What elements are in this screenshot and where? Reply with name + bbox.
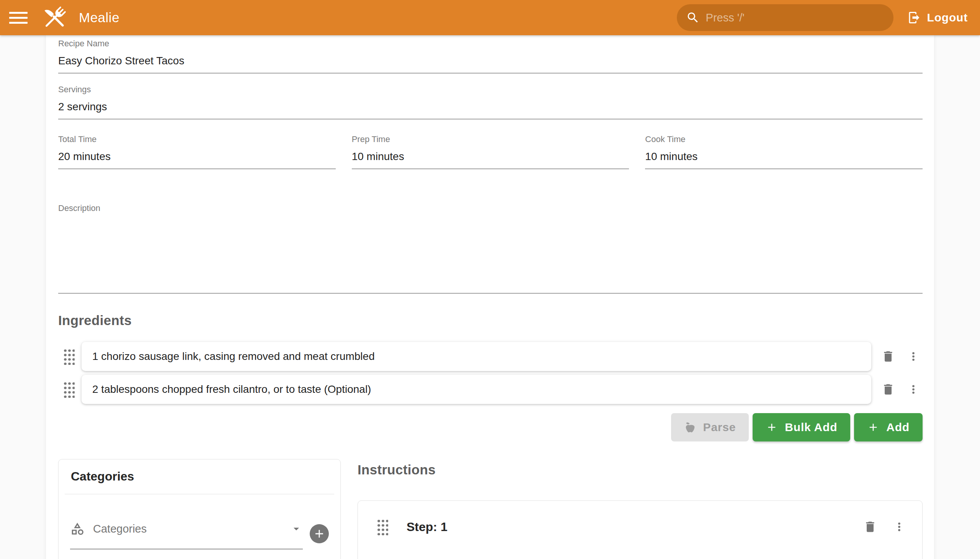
cook-time-label: Cook Time [645,135,922,144]
ingredient-input[interactable]: 1 chorizo sausage link, casing removed a… [81,342,871,371]
plus-icon [867,421,879,433]
search-icon [686,11,700,25]
description-field[interactable]: Description [58,204,922,294]
categories-select-underline [70,549,303,549]
servings-underline [58,119,922,119]
step-title: Step: 1 [407,520,448,534]
plus-icon [313,527,326,540]
categories-select-placeholder: Categories [93,523,290,535]
ingredient-actions: Parse Bulk Add Add [58,413,922,442]
trash-icon [863,520,877,534]
drag-handle-icon[interactable] [63,381,74,398]
recipe-editor-card: Recipe Name Easy Chorizo Street Tacos Se… [46,35,934,559]
total-time-underline [58,169,336,169]
recipe-name-field[interactable]: Recipe Name Easy Chorizo Street Tacos [58,39,922,73]
total-time-field[interactable]: Total Time 20 minutes [58,135,336,169]
categories-card: Categories Categories [58,459,341,559]
prep-time-label: Prep Time [352,135,630,144]
cook-time-field[interactable]: Cook Time 10 minutes [645,135,922,169]
cook-time-value[interactable]: 10 minutes [645,150,922,163]
step-menu-button[interactable] [890,518,909,536]
divider [65,494,334,494]
servings-value[interactable]: 2 servings [58,100,922,113]
prep-time-underline [352,169,630,169]
drag-handle-icon[interactable] [63,348,74,365]
kebab-menu-icon [907,383,920,396]
ingredients-header: Ingredients [58,313,922,328]
mealie-logo-icon [41,3,69,32]
bulk-add-button[interactable]: Bulk Add [753,413,850,442]
logout-label: Logout [927,11,968,24]
drag-handle-icon[interactable] [376,518,388,535]
categories-title: Categories [59,460,340,484]
description-textarea[interactable] [58,213,922,288]
kebab-menu-icon [907,350,920,363]
ingredient-menu-button[interactable] [904,347,922,366]
total-time-value[interactable]: 20 minutes [58,150,336,163]
description-label: Description [58,204,922,213]
ingredient-row: 1 chorizo sausage link, casing removed a… [58,342,922,371]
delete-step-button[interactable] [861,518,879,536]
logout-button[interactable]: Logout [904,4,971,31]
kebab-menu-icon [893,520,906,533]
trash-icon [881,382,895,396]
search-box[interactable] [677,4,894,31]
ingredient-row: 2 tablespoons chopped fresh cilantro, or… [58,375,922,404]
step-card: Step: 1 Combine crumbled chorizo and chi… [357,500,922,559]
parse-button[interactable]: Parse [671,413,749,442]
prep-time-value[interactable]: 10 minutes [352,150,630,163]
hamburger-menu-button[interactable] [9,10,28,25]
servings-label: Servings [58,85,922,94]
plus-icon [766,421,778,433]
categories-select[interactable]: Categories [70,518,303,549]
search-input[interactable] [706,12,884,24]
recipe-name-label: Recipe Name [58,39,922,48]
ingredient-list: 1 chorizo sausage link, casing removed a… [58,342,922,404]
apple-icon [684,421,696,433]
parse-label: Parse [703,421,736,434]
shapes-icon [70,521,84,536]
chevron-down-icon [290,522,303,535]
instructions-header: Instructions [357,462,922,478]
add-label: Add [886,421,910,434]
recipe-name-underline [58,73,922,73]
app-bar: Mealie Logout [0,0,980,35]
app-title: Mealie [79,10,119,25]
total-time-label: Total Time [58,135,336,144]
cook-time-underline [645,169,922,169]
instructions-column: Instructions Step: 1 [357,459,922,559]
delete-ingredient-button[interactable] [879,380,897,399]
add-button[interactable]: Add [854,413,922,442]
ingredient-menu-button[interactable] [904,380,922,399]
bulk-add-label: Bulk Add [785,421,837,434]
description-underline [58,293,922,294]
recipe-name-value[interactable]: Easy Chorizo Street Tacos [58,55,922,68]
delete-ingredient-button[interactable] [879,347,897,366]
add-category-button[interactable] [310,524,329,543]
ingredient-input[interactable]: 2 tablespoons chopped fresh cilantro, or… [81,375,871,404]
servings-field[interactable]: Servings 2 servings [58,85,922,119]
prep-time-field[interactable]: Prep Time 10 minutes [352,135,630,169]
logout-icon [907,11,921,25]
trash-icon [881,349,895,363]
